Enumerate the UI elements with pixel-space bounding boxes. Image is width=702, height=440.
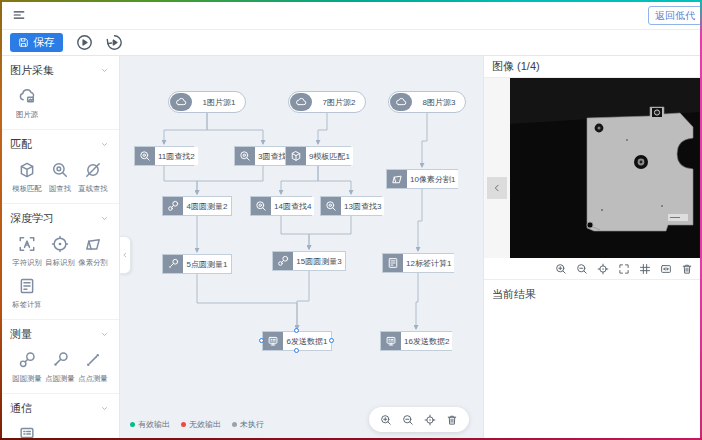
flow-node-n3[interactable]: 3圆查找1 bbox=[234, 146, 292, 166]
selection-handle[interactable] bbox=[329, 338, 334, 343]
tool-点点测量[interactable]: 点点测量 bbox=[76, 351, 109, 384]
tool-圆圆测量[interactable]: 圆圆测量 bbox=[10, 351, 43, 384]
run-once-button[interactable] bbox=[105, 34, 123, 52]
chevron-down-icon[interactable] bbox=[100, 404, 109, 413]
edge-n15-n6 bbox=[297, 271, 309, 329]
fullscreen-icon[interactable] bbox=[618, 263, 630, 275]
edge-n8-n10 bbox=[422, 113, 427, 167]
selection-handle[interactable] bbox=[294, 348, 299, 353]
tool-label: 目标识别 bbox=[45, 257, 74, 267]
trash-icon[interactable] bbox=[446, 414, 458, 426]
flow-node-n12[interactable]: 12标签计算1 bbox=[382, 253, 454, 273]
sidebar-section-3: 测量圆圆测量点圆测量点点测量 bbox=[0, 320, 119, 394]
menu-icon[interactable] bbox=[12, 8, 26, 22]
tool-图片源[interactable]: 图片源 bbox=[10, 87, 43, 120]
cube-icon bbox=[18, 161, 36, 179]
measure-point-circle-icon bbox=[51, 351, 69, 369]
flow-node-n8[interactable]: 8图片源3 bbox=[388, 91, 466, 113]
image-preview-area bbox=[484, 78, 702, 258]
chevron-down-icon[interactable] bbox=[100, 214, 109, 223]
circle-search-icon bbox=[135, 147, 155, 165]
node-label: 1图片源1 bbox=[193, 92, 245, 112]
measure-circle-circle-icon bbox=[18, 351, 36, 369]
edge-n9-n13 bbox=[318, 166, 351, 194]
locate-icon[interactable] bbox=[424, 414, 436, 426]
grid-icon[interactable] bbox=[639, 263, 651, 275]
collapse-sidebar-handle[interactable] bbox=[120, 236, 131, 274]
tool-label: 模板匹配 bbox=[12, 183, 41, 193]
preview-image bbox=[510, 78, 701, 258]
flow-node-n6[interactable]: 6发送数据1 bbox=[262, 331, 332, 351]
node-label: 4圆圆测量2 bbox=[183, 197, 231, 215]
zoom-out-icon[interactable] bbox=[402, 414, 414, 426]
tool-圆查找[interactable]: 圆查找 bbox=[43, 161, 76, 194]
comm-device-icon bbox=[267, 335, 279, 347]
sidebar-section-4: 通信 bbox=[0, 394, 119, 440]
canvas-zoom-toolbar bbox=[369, 407, 469, 432]
locate-icon[interactable] bbox=[597, 263, 609, 275]
zoom-out-icon[interactable] bbox=[576, 263, 588, 275]
legend-有效输出: 有效输出 bbox=[130, 419, 170, 430]
node-label: 15圆圆测量3 bbox=[293, 252, 345, 270]
zoom-in-icon[interactable] bbox=[380, 414, 392, 426]
legend-无效输出: 无效输出 bbox=[181, 419, 221, 430]
tool-点圆测量[interactable]: 点圆测量 bbox=[43, 351, 76, 384]
tool-模板匹配[interactable]: 模板匹配 bbox=[10, 161, 43, 194]
tool-label: 点点测量 bbox=[78, 373, 107, 383]
node-label: 7图片源2 bbox=[313, 92, 365, 112]
flow-node-n9[interactable]: 9模板匹配1 bbox=[285, 146, 351, 166]
flow-node-n13[interactable]: 13圆查找3 bbox=[320, 196, 382, 216]
flow-canvas[interactable]: 1图片源17图片源28图片源311圆查找23圆查找19模板匹配110像素分割14… bbox=[120, 56, 483, 440]
fit-icon[interactable] bbox=[660, 263, 672, 275]
flow-node-n4[interactable]: 4圆圆测量2 bbox=[162, 196, 232, 216]
flow-node-n10[interactable]: 10像素分割1 bbox=[386, 169, 458, 189]
save-button[interactable]: 保存 bbox=[10, 33, 63, 52]
node-label: 10像素分割1 bbox=[407, 170, 458, 188]
selection-handle[interactable] bbox=[259, 338, 264, 343]
cube-icon bbox=[286, 147, 306, 165]
circle-search-icon bbox=[235, 147, 255, 165]
circle-search-icon bbox=[255, 200, 267, 212]
right-panel: 图像 (1/4) 当前结果 bbox=[483, 56, 702, 440]
image-prev-button[interactable] bbox=[487, 177, 507, 199]
toolbar: 保存 bbox=[0, 30, 702, 56]
save-button-label: 保存 bbox=[33, 35, 55, 50]
flow-edges bbox=[120, 56, 483, 440]
node-label: 12标签计算1 bbox=[403, 254, 454, 272]
flow-node-n1[interactable]: 1图片源1 bbox=[168, 91, 246, 113]
cloud-icon bbox=[395, 96, 407, 108]
legend-label: 未执行 bbox=[240, 419, 264, 430]
tool-像素分割[interactable]: 像素分割 bbox=[76, 235, 109, 268]
trash-icon[interactable] bbox=[681, 263, 693, 275]
flow-node-n11[interactable]: 11圆查找2 bbox=[134, 146, 194, 166]
chevron-down-icon[interactable] bbox=[100, 330, 109, 339]
chevron-down-icon[interactable] bbox=[100, 140, 109, 149]
node-label: 9模板匹配1 bbox=[306, 147, 353, 165]
tool-字符识别[interactable]: 字符识别 bbox=[10, 235, 43, 268]
node-label: 14圆查找4 bbox=[271, 197, 314, 215]
section-title: 测量 bbox=[10, 327, 32, 342]
save-icon bbox=[18, 37, 29, 48]
tool-comm-device-icon[interactable] bbox=[10, 425, 43, 440]
tool-目标识别[interactable]: 目标识别 bbox=[43, 235, 76, 268]
image-panel-title: 图像 (1/4) bbox=[484, 56, 702, 78]
flow-node-n15[interactable]: 15圆圆测量3 bbox=[272, 251, 346, 271]
flow-node-n16[interactable]: 16发送数据2 bbox=[380, 331, 452, 351]
cloud-icon bbox=[290, 93, 312, 111]
zoom-in-icon[interactable] bbox=[555, 263, 567, 275]
tool-直线查找[interactable]: 直线查找 bbox=[76, 161, 109, 194]
tool-标签计算[interactable]: 标签计算 bbox=[10, 277, 43, 310]
chevron-down-icon[interactable] bbox=[100, 66, 109, 75]
label-calc-icon bbox=[387, 257, 399, 269]
back-to-lowcode-button[interactable]: 返回低代 bbox=[648, 6, 702, 25]
flow-node-n14[interactable]: 14圆查找4 bbox=[250, 196, 312, 216]
flow-node-n7[interactable]: 7图片源2 bbox=[288, 91, 366, 113]
run-button[interactable] bbox=[75, 34, 93, 52]
cloud-icon bbox=[390, 93, 412, 111]
tool-label: 图片源 bbox=[15, 109, 37, 119]
edge-n13-n15 bbox=[309, 216, 351, 249]
ocr-icon bbox=[18, 235, 36, 253]
edge-n12-n16 bbox=[416, 273, 418, 329]
flow-node-n5[interactable]: 5点圆测量1 bbox=[162, 254, 232, 274]
selection-handle[interactable] bbox=[294, 328, 299, 333]
